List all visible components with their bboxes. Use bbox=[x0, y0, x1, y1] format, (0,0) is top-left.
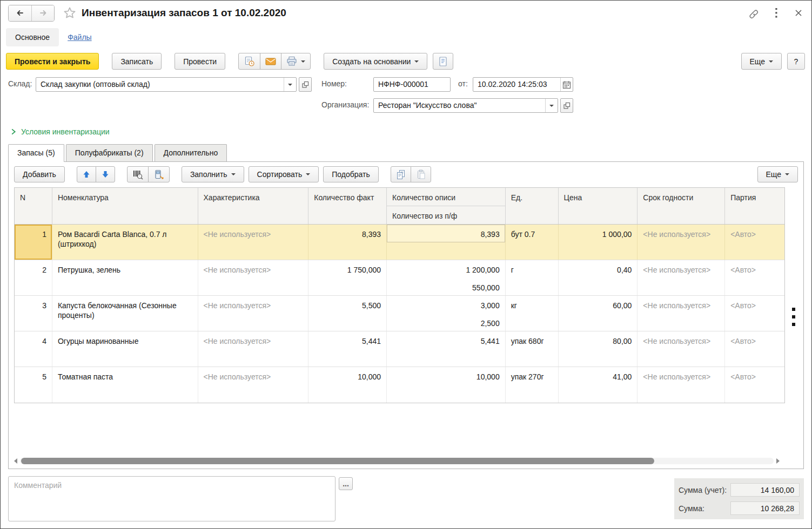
post-and-close-button[interactable]: Провести и закрыть bbox=[6, 53, 99, 70]
warehouse-field[interactable]: Склад закупки (оптовый склад) bbox=[36, 77, 297, 92]
sort-button[interactable]: Сортировать bbox=[249, 166, 319, 182]
cell-expiry[interactable]: <Не используется> bbox=[637, 260, 725, 295]
tab-semifinished[interactable]: Полуфабрикаты (2) bbox=[66, 144, 153, 161]
resize-grip[interactable] bbox=[792, 308, 795, 326]
kebab-menu-icon[interactable] bbox=[775, 8, 778, 18]
cell-number[interactable]: 3 bbox=[15, 296, 52, 331]
favorite-star-icon[interactable] bbox=[63, 6, 76, 19]
data-terminal-button[interactable] bbox=[148, 166, 170, 182]
save-button[interactable]: Записать bbox=[112, 53, 162, 70]
cell-price[interactable]: 80,00 bbox=[559, 331, 638, 367]
cell-unit[interactable]: бут 0.7 bbox=[506, 225, 559, 260]
warehouse-dropdown-button[interactable] bbox=[284, 78, 296, 91]
create-based-on-button[interactable]: Создать на основании bbox=[324, 53, 427, 70]
organization-dropdown-button[interactable] bbox=[545, 99, 558, 112]
link-icon[interactable] bbox=[747, 7, 759, 19]
cell-characteristic[interactable]: <Не используется> bbox=[198, 331, 309, 367]
cell-unit[interactable]: упак 680г bbox=[506, 331, 559, 367]
cell-batch[interactable]: <Авто> bbox=[725, 367, 784, 403]
tab-additional[interactable]: Дополнительно bbox=[155, 144, 227, 161]
number-field[interactable]: НФНФ-000001 bbox=[373, 77, 451, 92]
cell-batch[interactable]: <Авто> bbox=[725, 225, 784, 260]
cell-batch[interactable]: <Авто> bbox=[725, 296, 784, 331]
reports-button[interactable] bbox=[433, 53, 453, 70]
cell-price[interactable]: 1 000,00 bbox=[559, 225, 638, 260]
send-email-button[interactable] bbox=[260, 53, 281, 70]
organization-field[interactable]: Ресторан "Искусство слова" bbox=[373, 98, 558, 113]
print-button[interactable] bbox=[281, 53, 311, 70]
cell-number[interactable]: 2 bbox=[15, 260, 52, 295]
cell-price[interactable]: 41,00 bbox=[559, 367, 638, 403]
header-number[interactable]: N bbox=[15, 188, 52, 224]
move-down-button[interactable] bbox=[96, 166, 115, 182]
fill-button[interactable]: Заполнить bbox=[182, 166, 244, 182]
grid-row[interactable]: 4Огурцы маринованные<Не используется>5,4… bbox=[15, 331, 784, 367]
scroll-left-arrow[interactable] bbox=[14, 458, 17, 464]
cell-number[interactable]: 1 bbox=[15, 225, 52, 260]
scroll-right-arrow[interactable] bbox=[776, 458, 780, 464]
cell-nomenclature[interactable]: Ром Bacardi Carta Blanca, 0.7 л (штрихко… bbox=[52, 225, 198, 260]
cell-unit[interactable]: кг bbox=[506, 296, 559, 331]
cell-qty-fact[interactable]: 8,393 bbox=[308, 225, 387, 260]
cell-expiry[interactable]: <Не используется> bbox=[637, 367, 725, 403]
scan-barcode-button[interactable] bbox=[127, 166, 149, 182]
header-price[interactable]: Цена bbox=[559, 188, 638, 224]
date-calendar-button[interactable] bbox=[560, 78, 573, 91]
inventory-conditions-toggle[interactable]: Условия инвентаризации bbox=[1, 119, 110, 142]
add-row-button[interactable]: Добавить bbox=[14, 166, 65, 182]
header-qty-fact[interactable]: Количество факт bbox=[308, 188, 387, 224]
cell-qty-list[interactable]: 1 200,000550,000 bbox=[387, 260, 506, 295]
cell-batch[interactable]: <Авто> bbox=[725, 260, 784, 295]
header-qty-semi[interactable]: Количество из п/ф bbox=[387, 206, 505, 225]
tab-stocks[interactable]: Запасы (5) bbox=[8, 144, 64, 162]
back-button[interactable] bbox=[9, 5, 31, 21]
comment-input[interactable] bbox=[8, 476, 335, 521]
cell-characteristic[interactable]: <Не используется> bbox=[198, 260, 309, 295]
tab-main[interactable]: Основное bbox=[6, 28, 59, 46]
header-batch[interactable]: Партия bbox=[725, 188, 784, 224]
scrollbar-track[interactable] bbox=[20, 458, 774, 464]
header-qty-list[interactable]: Количество описи bbox=[387, 188, 505, 206]
cell-characteristic[interactable]: <Не используется> bbox=[198, 367, 309, 403]
cell-qty-fact[interactable]: 5,441 bbox=[308, 331, 387, 367]
cell-nomenclature[interactable]: Петрушка, зелень bbox=[52, 260, 198, 295]
grid-row[interactable]: 3Капуста белокочанная (Сезонные проценты… bbox=[15, 296, 784, 331]
cell-characteristic[interactable]: <Не используется> bbox=[198, 296, 309, 331]
cell-qty-list[interactable]: 3,0002,500 bbox=[387, 296, 506, 331]
cell-expiry[interactable]: <Не используется> bbox=[637, 331, 725, 367]
cell-qty-fact[interactable]: 1 750,000 bbox=[308, 260, 387, 295]
cell-number[interactable]: 4 bbox=[15, 331, 52, 367]
pick-button[interactable]: Подобрать bbox=[323, 166, 379, 182]
grid-more-button[interactable]: Еще bbox=[757, 166, 798, 182]
date-field[interactable]: 10.02.2020 14:25:03 bbox=[473, 77, 573, 92]
help-button[interactable]: ? bbox=[787, 53, 805, 70]
cell-qty-fact[interactable]: 5,500 bbox=[308, 296, 387, 331]
cell-expiry[interactable]: <Не используется> bbox=[637, 296, 725, 331]
cell-characteristic[interactable]: <Не используется> bbox=[198, 225, 309, 260]
cell-number[interactable]: 5 bbox=[15, 367, 52, 403]
header-qty-split[interactable]: Количество описи Количество из п/ф bbox=[387, 188, 506, 224]
close-icon[interactable] bbox=[794, 9, 803, 17]
document-timeline-button[interactable] bbox=[238, 53, 260, 70]
copy-rows-button[interactable] bbox=[391, 166, 411, 182]
header-expiry[interactable]: Срок годности bbox=[637, 188, 725, 224]
post-button[interactable]: Провести bbox=[175, 53, 225, 70]
header-nomenclature[interactable]: Номенклатура bbox=[52, 188, 198, 224]
cell-price[interactable]: 0,40 bbox=[559, 260, 638, 295]
header-characteristic[interactable]: Характеристика bbox=[198, 188, 309, 224]
cell-qty-list[interactable]: 10,000 bbox=[387, 367, 506, 403]
horizontal-scrollbar[interactable] bbox=[14, 457, 780, 465]
cell-price[interactable]: 60,00 bbox=[559, 296, 638, 331]
move-up-button[interactable] bbox=[77, 166, 96, 182]
cell-expiry[interactable]: <Не используется> bbox=[637, 225, 725, 260]
grid-row[interactable]: 5Томатная паста<Не используется>10,00010… bbox=[15, 367, 784, 403]
cell-nomenclature[interactable]: Капуста белокочанная (Сезонные проценты) bbox=[52, 296, 198, 331]
cell-nomenclature[interactable]: Томатная паста bbox=[52, 367, 198, 403]
cell-qty-fact[interactable]: 10,000 bbox=[308, 367, 387, 403]
cell-qty-list[interactable]: 8,393 bbox=[387, 225, 506, 260]
more-button[interactable]: Еще bbox=[741, 53, 782, 70]
cell-unit[interactable]: упак 270г bbox=[506, 367, 559, 403]
cell-qty-list[interactable]: 5,441 bbox=[387, 331, 506, 367]
organization-open-button[interactable] bbox=[560, 98, 573, 113]
tab-files[interactable]: Файлы bbox=[68, 33, 91, 42]
